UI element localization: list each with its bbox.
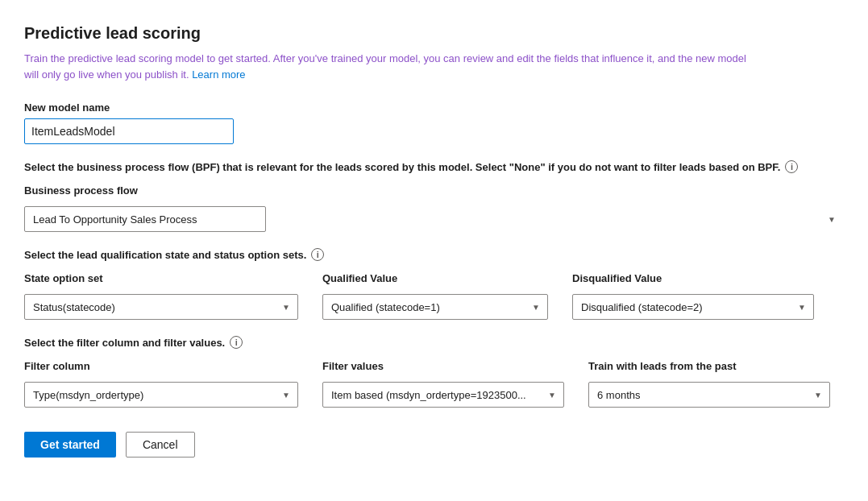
train-past-dropdown-container: 3 months 6 months 12 months 24 months ▼ — [588, 382, 830, 408]
qualification-section: Select the lead qualification state and … — [24, 248, 844, 320]
disqualified-value-group: Disqualified Value Disqualified (stateco… — [572, 272, 814, 320]
filter-values-label: Filter values — [322, 360, 564, 372]
filter-values-dropdown[interactable]: Item based (msdyn_ordertype=1923500... — [322, 382, 564, 408]
disqualified-value-dropdown[interactable]: Disqualified (statecode=2) — [572, 294, 814, 320]
train-past-label: Train with leads from the past — [588, 360, 830, 372]
get-started-button[interactable]: Get started — [24, 432, 116, 458]
qualification-instruction: Select the lead qualification state and … — [24, 248, 844, 261]
filter-fields-row: Filter column Type(msdyn_ordertype) ▼ Fi… — [24, 360, 844, 408]
filter-values-dropdown-container: Item based (msdyn_ordertype=1923500... ▼ — [322, 382, 564, 408]
filter-column-dropdown[interactable]: Type(msdyn_ordertype) — [24, 382, 298, 408]
intro-body: Train the predictive lead scoring model … — [24, 52, 746, 81]
model-name-section: New model name — [24, 101, 844, 144]
model-name-label: New model name — [24, 101, 844, 114]
train-past-group: Train with leads from the past 3 months … — [588, 360, 830, 408]
bpf-dropdown-container: Lead To Opportunity Sales Process ▼ — [24, 206, 844, 232]
qualified-value-group: Qualified Value Qualified (statecode=1) … — [322, 272, 548, 320]
bpf-chevron-icon: ▼ — [828, 215, 836, 224]
intro-text: Train the predictive lead scoring model … — [24, 51, 750, 82]
disqualified-value-label: Disqualified Value — [572, 272, 814, 284]
button-row: Get started Cancel — [24, 432, 844, 458]
state-option-dropdown[interactable]: Status(statecode) — [24, 294, 298, 320]
bpf-info-icon[interactable]: i — [785, 160, 798, 173]
filter-column-dropdown-container: Type(msdyn_ordertype) ▼ — [24, 382, 298, 408]
filter-info-icon[interactable]: i — [230, 336, 243, 349]
qualified-value-dropdown[interactable]: Qualified (statecode=1) — [322, 294, 548, 320]
bpf-instruction: Select the business process flow (BPF) t… — [24, 160, 814, 173]
disqualified-dropdown-container: Disqualified (statecode=2) ▼ — [572, 294, 814, 320]
page-title: Predictive lead scoring — [24, 24, 844, 43]
bpf-dropdown[interactable]: Lead To Opportunity Sales Process — [24, 206, 266, 232]
model-name-input[interactable] — [24, 118, 234, 144]
filter-values-group: Filter values Item based (msdyn_ordertyp… — [322, 360, 564, 408]
filter-column-group: Filter column Type(msdyn_ordertype) ▼ — [24, 360, 298, 408]
state-dropdown-container: Status(statecode) ▼ — [24, 294, 298, 320]
train-past-dropdown[interactable]: 3 months 6 months 12 months 24 months — [588, 382, 830, 408]
qualification-info-icon[interactable]: i — [311, 248, 324, 261]
cancel-button[interactable]: Cancel — [126, 432, 195, 458]
qualification-fields-row: State option set Status(statecode) ▼ Qua… — [24, 272, 844, 320]
learn-more-link[interactable]: Learn more — [192, 68, 245, 81]
qualified-value-label: Qualified Value — [322, 272, 548, 284]
state-option-group: State option set Status(statecode) ▼ — [24, 272, 298, 320]
bpf-field-group: Business process flow Lead To Opportunit… — [24, 184, 844, 232]
state-option-label: State option set — [24, 272, 298, 284]
bpf-label: Business process flow — [24, 184, 844, 197]
bpf-section: Select the business process flow (BPF) t… — [24, 160, 844, 232]
filter-column-label: Filter column — [24, 360, 298, 372]
qualified-dropdown-container: Qualified (statecode=1) ▼ — [322, 294, 548, 320]
filter-section: Select the filter column and filter valu… — [24, 336, 844, 408]
filter-instruction: Select the filter column and filter valu… — [24, 336, 844, 349]
